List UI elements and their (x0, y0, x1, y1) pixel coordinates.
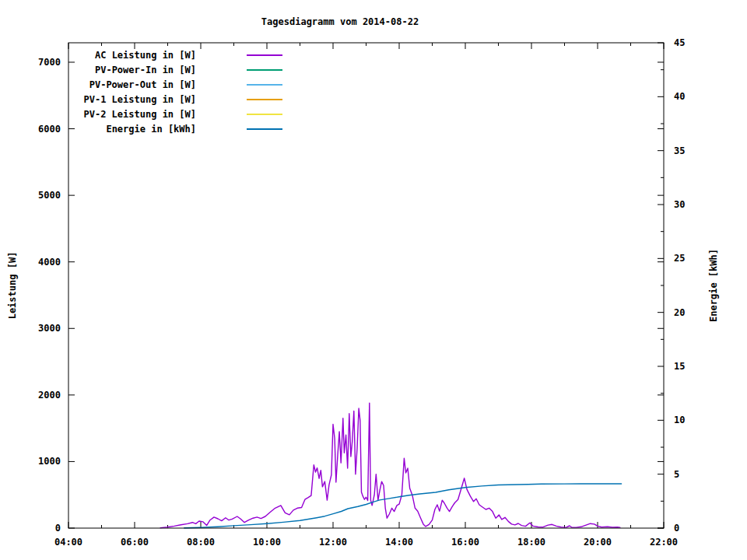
y1-tick-label: 5000 (38, 190, 61, 201)
y2-tick-label: 30 (674, 199, 685, 210)
legend-label: PV-1 Leistung in [W] (84, 94, 197, 105)
y2-tick-label: 40 (674, 91, 685, 102)
chart-canvas: 04:0006:0008:0010:0012:0014:0016:0018:00… (0, 0, 747, 560)
x-tick-label: 08:00 (187, 537, 215, 548)
y1-tick-label: 7000 (38, 57, 61, 68)
legend-label: PV-Power-Out in [W] (89, 79, 196, 90)
y2-tick-label: 0 (674, 523, 679, 534)
y2-tick-label: 5 (674, 469, 679, 480)
y2-tick-label: 45 (674, 37, 685, 48)
y2-tick-label: 35 (674, 145, 685, 156)
y1-tick-label: 2000 (38, 390, 61, 401)
chart-title: Tagesdiagramm vom 2014-08-22 (261, 16, 419, 27)
series-energie-in-kwh- (184, 484, 622, 528)
y2-tick-label: 25 (674, 253, 685, 264)
series-ac-leistung-in-w- (160, 403, 620, 528)
x-tick-label: 20:00 (584, 537, 612, 548)
x-tick-label: 10:00 (253, 537, 281, 548)
tagesdiagramm-chart: Tagesdiagramm vom 2014-08-22 04:0006:000… (0, 0, 747, 560)
y1-tick-label: 0 (55, 523, 61, 534)
y2-axis-title: Energie [kWh] (708, 249, 719, 322)
x-tick-label: 18:00 (517, 537, 545, 548)
y2-tick-label: 20 (674, 307, 685, 318)
legend-label: PV-2 Leistung in [W] (84, 109, 197, 120)
y1-tick-label: 6000 (38, 124, 61, 135)
legend-label: PV-Power-In in [W] (95, 65, 196, 75)
x-tick-label: 14:00 (385, 537, 413, 548)
y1-tick-label: 4000 (38, 257, 61, 268)
x-tick-label: 16:00 (451, 537, 479, 548)
x-tick-label: 22:00 (650, 537, 678, 548)
x-tick-label: 12:00 (319, 537, 347, 548)
y2-tick-label: 10 (674, 415, 685, 425)
legend-label: Energie in [kWh] (106, 124, 196, 135)
y2-tick-label: 15 (674, 361, 685, 372)
x-tick-label: 06:00 (121, 537, 149, 548)
legend-label: AC Leistung in [W] (95, 50, 196, 61)
x-tick-label: 04:00 (54, 537, 82, 548)
y1-tick-label: 1000 (38, 456, 61, 467)
y1-tick-label: 3000 (38, 323, 61, 334)
y1-axis-title: Leistung [W] (7, 252, 18, 320)
